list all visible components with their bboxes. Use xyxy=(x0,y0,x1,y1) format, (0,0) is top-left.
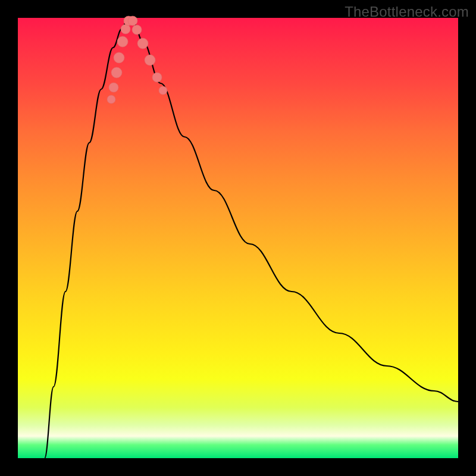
data-marker xyxy=(109,83,118,92)
watermark-text: TheBottleneck.com xyxy=(345,4,469,20)
data-marker xyxy=(114,52,124,63)
chart-container: TheBottleneck.com xyxy=(0,0,476,476)
marker-cluster xyxy=(107,16,167,104)
data-marker xyxy=(121,24,130,34)
plot-area xyxy=(18,18,458,458)
data-marker xyxy=(132,25,142,35)
data-marker xyxy=(111,67,122,78)
data-marker xyxy=(117,36,128,47)
data-marker xyxy=(107,95,115,104)
data-marker xyxy=(137,38,148,49)
data-marker xyxy=(145,55,155,65)
data-marker xyxy=(128,16,137,26)
data-marker xyxy=(159,86,167,95)
chart-svg xyxy=(18,18,458,458)
data-marker xyxy=(152,73,162,82)
curve-right-branch xyxy=(130,18,458,402)
